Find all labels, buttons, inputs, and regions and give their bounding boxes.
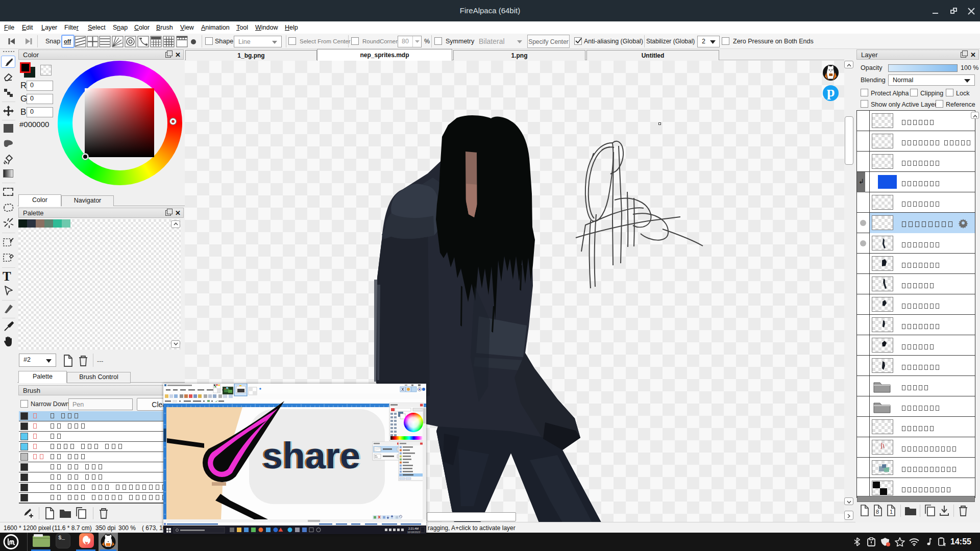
svg-text:share: share: [262, 435, 360, 476]
svg-text:1: 1: [890, 509, 893, 515]
svg-text:10/18/2023: 10/18/2023: [407, 531, 420, 534]
svg-text:8: 8: [876, 509, 879, 515]
svg-text:2:21 AM: 2:21 AM: [408, 527, 419, 530]
